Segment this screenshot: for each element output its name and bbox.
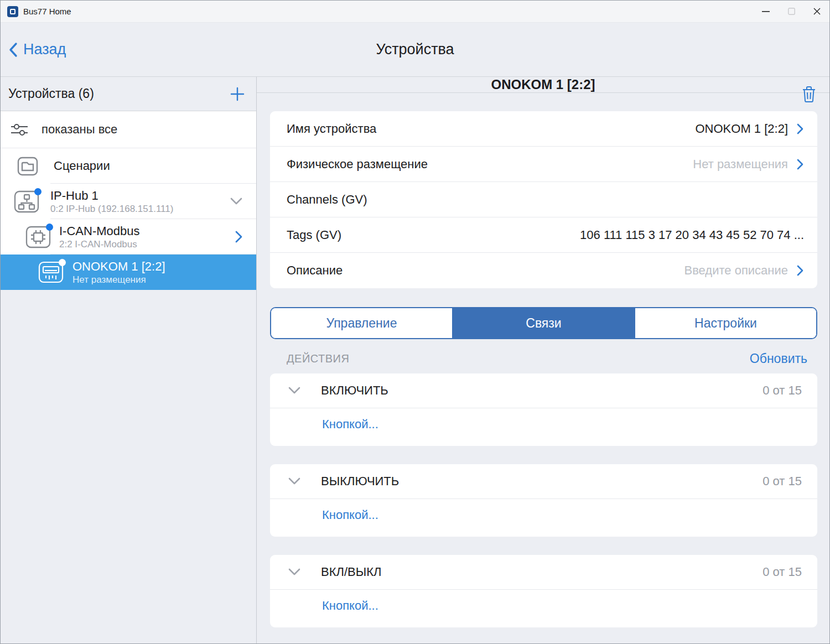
hub-icon [14, 190, 39, 213]
back-chevron-icon [8, 42, 18, 58]
field-description[interactable]: Описание Введите описание [270, 253, 817, 288]
chevron-right-icon [797, 123, 804, 135]
field-label: Описание [287, 263, 343, 278]
maximize-icon [788, 8, 795, 15]
action-button-link[interactable]: Кнопкой... [322, 508, 378, 522]
tab-bar: Управление Связи Настройки [270, 307, 817, 339]
action-row[interactable]: ВКЛЮЧИТЬ 0 от 15 [270, 373, 817, 408]
sidebar-item-onokom[interactable]: ONOKOM 1 [2:2] Нет размещения [1, 255, 256, 290]
sidebar-item-ip-hub[interactable]: IP-Hub 1 0:2 IP-Hub (192.168.151.111) [1, 184, 256, 219]
action-button-link[interactable]: Кнопкой... [322, 599, 378, 612]
window-controls [753, 1, 829, 23]
item-label: IP-Hub 1 [50, 189, 173, 202]
action-count: 0 от 15 [762, 474, 802, 489]
minimize-button[interactable] [753, 1, 779, 23]
action-button-link[interactable]: Кнопкой... [322, 417, 378, 431]
sidebar-item-ican-modbus[interactable]: I-CAN-Modbus 2:2 I-CAN-Modbus [1, 219, 256, 255]
action-label: ВКЛЮЧИТЬ [321, 383, 388, 398]
chip-icon [25, 226, 51, 248]
app-window: Bus77 Home Назад Устройства Устройства (… [0, 0, 830, 644]
sidebar-item-scenarios[interactable]: Сценарии [1, 148, 256, 184]
action-count: 0 от 15 [762, 565, 802, 579]
field-label: Физическое размещение [287, 157, 428, 172]
page-title: Устройства [1, 41, 829, 58]
trash-icon [802, 86, 816, 103]
field-placeholder: Нет размещения [693, 157, 788, 172]
chevron-down-icon [288, 387, 301, 394]
filter-button[interactable]: показаны все [1, 111, 256, 148]
collapse-chevron[interactable] [230, 198, 243, 205]
window-title: Bus77 Home [23, 7, 71, 16]
device-title: ONOKOM 1 [2:2] [491, 77, 595, 92]
tab-links[interactable]: Связи [452, 308, 635, 338]
device-sidebar: Устройства (6) показаны все [1, 77, 257, 644]
chevron-down-icon [288, 477, 301, 485]
detail-header: ONOKOM 1 [2:2] [257, 77, 829, 93]
field-value: ONOKOM 1 [2:2] [696, 122, 788, 136]
sidebar-header: Устройства (6) [1, 77, 256, 111]
field-label: Имя устройства [287, 122, 376, 136]
field-label: Tags (GV) [287, 228, 341, 242]
action-label: ВКЛ/ВЫКЛ [321, 565, 381, 579]
main-split: Устройства (6) показаны все [1, 77, 829, 644]
actions-title: ДЕЙСТВИЯ [287, 352, 349, 365]
app-icon [7, 6, 18, 17]
close-button[interactable] [804, 1, 829, 23]
status-dot [46, 224, 53, 231]
scenarios-icon [17, 157, 38, 176]
status-dot [34, 188, 42, 195]
item-subtitle: 2:2 I-CAN-Modbus [59, 239, 139, 250]
delete-device-button[interactable] [802, 77, 816, 111]
field-physical-location[interactable]: Физическое размещение Нет размещения [270, 147, 817, 182]
nav-header: Назад Устройства [1, 23, 829, 77]
chevron-right-icon [797, 264, 804, 277]
filter-label: показаны все [42, 122, 117, 137]
actions-header: ДЕЙСТВИЯ Обновить [270, 344, 817, 373]
sidebar-list: показаны все Сценарии [1, 111, 256, 290]
field-placeholder: Введите описание [684, 263, 788, 278]
device-detail-panel: ONOKOM 1 [2:2] Имя устройства ONOKOM 1 [257, 77, 829, 644]
chevron-right-icon [235, 230, 243, 243]
tab-settings[interactable]: Настройки [635, 308, 816, 338]
close-icon [813, 8, 821, 15]
field-value: 106 111 115 3 17 20 34 43 45 52 70 74 ..… [580, 228, 804, 242]
action-row[interactable]: ВЫКЛЮЧИТЬ 0 от 15 [270, 464, 817, 499]
action-card-off: ВЫКЛЮЧИТЬ 0 от 15 Кнопкой... [270, 464, 817, 537]
field-device-name[interactable]: Имя устройства ONOKOM 1 [2:2] [270, 111, 817, 147]
field-label: Channels (GV) [287, 193, 367, 207]
item-subtitle: 0:2 IP-Hub (192.168.151.111) [50, 204, 173, 215]
device-fields-card: Имя устройства ONOKOM 1 [2:2] Физическое… [270, 111, 817, 288]
item-label: Сценарии [54, 159, 110, 173]
tab-control[interactable]: Управление [271, 308, 452, 338]
open-chevron[interactable] [235, 230, 243, 243]
back-button[interactable]: Назад [8, 41, 66, 58]
sidebar-title: Устройства (6) [8, 86, 94, 101]
maximize-button[interactable] [779, 1, 804, 23]
refresh-button[interactable]: Обновить [750, 351, 812, 366]
action-card-toggle: ВКЛ/ВЫКЛ 0 от 15 Кнопкой... [270, 555, 817, 627]
ac-unit-icon [38, 261, 64, 283]
action-link-row: Кнопкой... [270, 408, 817, 446]
action-count: 0 от 15 [762, 383, 802, 398]
plus-icon [230, 86, 245, 102]
add-device-button[interactable] [230, 86, 245, 102]
chevron-down-icon [288, 568, 301, 576]
titlebar: Bus77 Home [1, 1, 829, 23]
detail-body: Имя устройства ONOKOM 1 [2:2] Физическое… [257, 93, 829, 644]
action-row[interactable]: ВКЛ/ВЫКЛ 0 от 15 [270, 555, 817, 590]
chevron-right-icon [797, 158, 804, 170]
status-dot [59, 259, 66, 266]
action-label: ВЫКЛЮЧИТЬ [321, 474, 399, 489]
item-label: ONOKOM 1 [2:2] [72, 259, 165, 273]
field-channels[interactable]: Channels (GV) [270, 182, 817, 217]
chevron-down-icon [230, 198, 243, 205]
item-label: I-CAN-Modbus [59, 224, 139, 238]
action-card-on: ВКЛЮЧИТЬ 0 от 15 Кнопкой... [270, 373, 817, 446]
back-label: Назад [23, 41, 66, 58]
action-link-row: Кнопкой... [270, 499, 817, 537]
field-tags[interactable]: Tags (GV) 106 111 115 3 17 20 34 43 45 5… [270, 217, 817, 253]
action-link-row: Кнопкой... [270, 590, 817, 627]
filter-icon [11, 122, 28, 137]
item-subtitle: Нет размещения [72, 274, 165, 285]
minimize-icon [762, 11, 770, 12]
